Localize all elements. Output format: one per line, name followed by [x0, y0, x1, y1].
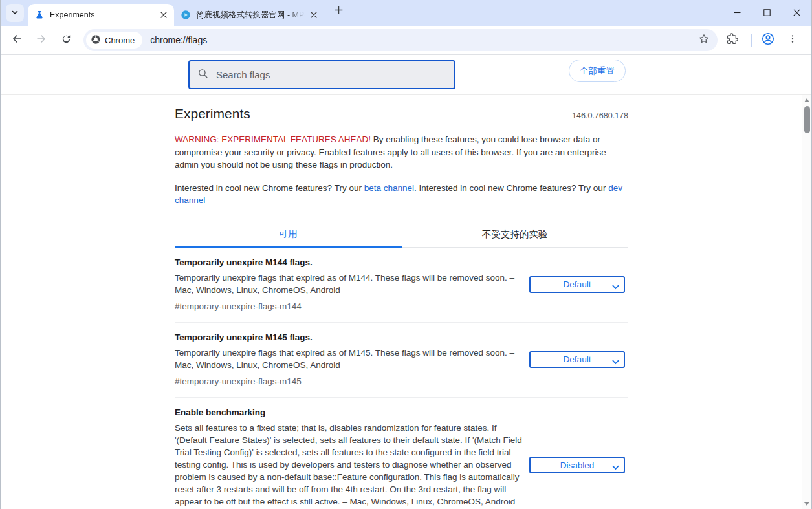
version-label: 146.0.7680.178	[572, 111, 628, 122]
flag-control: Disabled	[529, 457, 625, 473]
avatar-icon	[761, 32, 775, 49]
flag-title: Temporarily unexpire M144 flags.	[175, 257, 529, 267]
url-text[interactable]: chrome://flags	[150, 35, 696, 45]
flag-select-value: Disabled	[560, 460, 595, 470]
flag-row-enable-benchmarking: Enable benchmarking Sets all features to…	[175, 398, 628, 509]
flag-text: Temporarily unexpire M144 flags. Tempora…	[175, 257, 529, 312]
flag-permalink[interactable]: #temporary-unexpire-flags-m145	[175, 376, 302, 386]
close-icon[interactable]	[159, 10, 169, 20]
toolbar-divider	[751, 34, 752, 47]
page-head: Experiments 146.0.7680.178	[175, 106, 628, 122]
flag-select[interactable]: Default	[529, 351, 625, 368]
flag-text: Enable benchmarking Sets all features to…	[175, 407, 529, 509]
three-dot-menu-icon	[787, 34, 798, 47]
warning-emphasis: WARNING: EXPERIMENTAL FEATURES AHEAD!	[175, 135, 371, 144]
chevron-down-icon	[612, 462, 619, 472]
chevron-down-icon	[612, 282, 619, 292]
beta-channel-link[interactable]: beta channel	[364, 183, 414, 193]
reload-icon	[61, 34, 72, 47]
flags-page-content: Experiments 146.0.7680.178 WARNING: EXPE…	[1, 95, 811, 509]
extensions-button[interactable]	[721, 29, 743, 51]
flag-row-unexpire-m145: Temporarily unexpire M145 flags. Tempora…	[175, 323, 628, 398]
back-arrow-icon	[11, 33, 23, 47]
magnifier-icon	[197, 68, 208, 81]
search-box	[188, 60, 455, 89]
flag-text: Temporarily unexpire M145 flags. Tempora…	[175, 332, 529, 387]
star-icon	[698, 33, 710, 47]
play-circle-icon	[181, 10, 191, 20]
chevron-down-icon	[11, 7, 19, 19]
close-icon	[793, 7, 800, 19]
section-tabs: 可用 不受支持的实验	[175, 222, 628, 248]
site-chip-label: Chrome	[105, 36, 135, 45]
back-button[interactable]	[6, 29, 28, 51]
vertical-scrollbar[interactable]	[802, 95, 811, 509]
new-tab-button[interactable]	[330, 3, 347, 19]
flag-control: Default	[529, 351, 625, 368]
scroll-down-arrow-icon[interactable]	[804, 502, 809, 506]
browser-window: Experiments 简鹿视频格式转换器官网 - MP4	[0, 0, 812, 509]
reset-all-button[interactable]: 全部重置	[569, 60, 626, 82]
flags-search-header: 全部重置	[1, 55, 811, 95]
flag-description: Sets all features to a fixed state; that…	[175, 422, 529, 508]
flag-title: Temporarily unexpire M145 flags.	[175, 332, 529, 342]
warning-text: WARNING: EXPERIMENTAL FEATURES AHEAD! By…	[175, 133, 628, 171]
close-icon[interactable]	[309, 10, 319, 20]
tab-unavailable[interactable]: 不受支持的实验	[402, 222, 629, 248]
minimize-button[interactable]	[722, 0, 752, 26]
channel-promo-text: Interested in cool new Chrome features? …	[175, 182, 628, 207]
flag-select-value: Default	[564, 354, 591, 364]
flag-description: Temporarily unexpire flags that expired …	[175, 272, 529, 296]
forward-arrow-icon	[36, 33, 47, 47]
promo-text: Interested in cool new Chrome features? …	[175, 183, 364, 193]
flag-control: Default	[529, 276, 625, 293]
tab-experiments[interactable]: Experiments	[28, 4, 174, 26]
tab-title: 简鹿视频格式转换器官网 - MP4	[196, 10, 305, 21]
forward-button[interactable]	[30, 29, 52, 51]
promo-text: . Interested in cool new Chrome features…	[414, 183, 608, 193]
minimize-icon	[734, 7, 741, 19]
profile-button[interactable]	[757, 29, 779, 51]
flag-title: Enable benchmarking	[175, 407, 529, 417]
flag-description: Temporarily unexpire flags that expired …	[175, 347, 529, 371]
maximize-button[interactable]	[752, 0, 782, 26]
tab-strip: Experiments 简鹿视频格式转换器官网 - MP4	[1, 0, 811, 26]
puzzle-icon	[727, 33, 738, 47]
tab-search-button[interactable]	[6, 4, 24, 22]
tab-video-converter[interactable]: 简鹿视频格式转换器官网 - MP4	[174, 4, 324, 26]
window-controls	[722, 0, 811, 26]
site-chip[interactable]: Chrome	[86, 32, 142, 49]
search-input[interactable]	[215, 69, 446, 81]
plus-icon	[335, 5, 343, 17]
flag-row-unexpire-m144: Temporarily unexpire M144 flags. Tempora…	[175, 248, 628, 323]
browser-toolbar: Chrome chrome://flags	[1, 26, 811, 55]
reload-button[interactable]	[55, 29, 77, 51]
flask-icon	[34, 10, 45, 20]
flag-select[interactable]: Disabled	[529, 457, 625, 473]
chrome-logo-icon	[91, 34, 101, 47]
menu-button[interactable]	[782, 29, 804, 51]
maximize-icon	[763, 7, 771, 19]
close-window-button[interactable]	[782, 0, 811, 26]
tab-divider	[327, 6, 327, 16]
page-title: Experiments	[175, 106, 572, 122]
bookmark-button[interactable]	[696, 32, 712, 49]
tab-title: Experiments	[50, 10, 155, 19]
tab-available[interactable]: 可用	[175, 222, 402, 248]
omnibox[interactable]: Chrome chrome://flags	[83, 29, 718, 51]
scroll-up-arrow-icon[interactable]	[804, 98, 809, 102]
flag-select[interactable]: Default	[529, 276, 625, 293]
flag-permalink[interactable]: #temporary-unexpire-flags-m144	[175, 301, 302, 311]
chevron-down-icon	[612, 357, 619, 367]
flag-select-value: Default	[564, 279, 591, 289]
scrollbar-thumb[interactable]	[804, 106, 810, 133]
